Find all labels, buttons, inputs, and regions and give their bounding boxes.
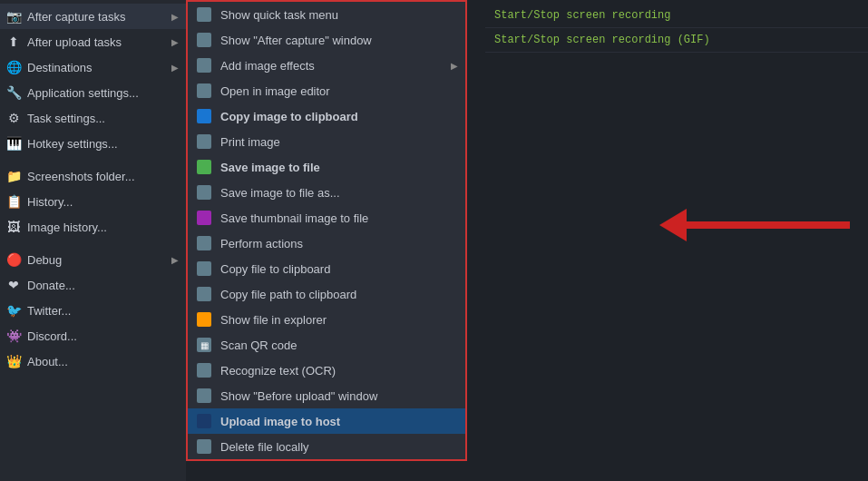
sidebar-item-label: About... [27, 355, 179, 368]
expand-arrow-icon: ▶ [171, 255, 179, 265]
sidebar-item-image-history[interactable]: 🖼 Image history... [0, 214, 186, 240]
sidebar-item-donate[interactable]: ❤ Donate... [0, 272, 186, 298]
expand-arrow-icon: ▶ [171, 63, 179, 73]
menu-item-copy-image-to-clipboard[interactable]: Copy image to clipboard [188, 103, 465, 129]
menu-item-show-file-in-explorer[interactable]: Show file in explorer [188, 307, 465, 332]
menu-item-delete-file-locally[interactable]: Delete file locally [188, 434, 465, 459]
menu-item-save-thumbnail-image[interactable]: Save thumbnail image to file [188, 205, 465, 231]
menu-item-upload-image-to-host[interactable]: Upload image to host [188, 408, 465, 434]
main-content: Start/Stop screen recording Start/Stop s… [186, 0, 868, 481]
sidebar-item-label: Destinations [27, 61, 171, 74]
right-text-item-1: Start/Stop screen recording [485, 4, 868, 28]
sidebar-item-label: After capture tasks [27, 10, 171, 24]
sidebar-item-label: Twitter... [27, 304, 179, 318]
hotkey-settings-icon: 🎹 [5, 135, 22, 152]
sidebar-item-label: Discord... [27, 329, 179, 343]
menu-item-show-before-upload-window[interactable]: Show "Before upload" window [188, 383, 465, 408]
menu-item-label: Show "After capture" window [220, 34, 458, 47]
menu-item-label: Save thumbnail image to file [220, 211, 458, 225]
menu-item-label: Save image to file as... [220, 186, 458, 200]
sidebar-item-after-upload-tasks[interactable]: ⬆ After upload tasks ▶ [0, 29, 186, 54]
menu-item-label: Copy image to clipboard [220, 110, 458, 123]
after-capture-tasks-icon: 📷 [5, 8, 22, 25]
menu-item-label: Perform actions [220, 237, 458, 250]
debug-icon: 🔴 [5, 251, 22, 268]
donate-icon: ❤ [5, 277, 22, 293]
menu-item-label: Scan QR code [220, 339, 458, 352]
show-after-capture-icon [195, 31, 213, 49]
menu-item-open-in-image-editor[interactable]: Open in image editor [188, 78, 465, 103]
expand-arrow-icon: ▶ [171, 37, 179, 47]
sidebar-item-hotkey-settings[interactable]: 🎹 Hotkey settings... [0, 131, 186, 156]
show-quick-task-menu-icon [195, 5, 213, 24]
menu-item-label: Save image to file [220, 161, 458, 174]
dropdown-menu: Show quick task menu Show "After capture… [186, 0, 467, 461]
menu-item-show-after-capture-window[interactable]: Show "After capture" window [188, 27, 465, 53]
right-text-item-2: Start/Stop screen recording (GIF) [485, 28, 868, 53]
menu-item-label: Show quick task menu [220, 8, 458, 22]
menu-item-label: Upload image to host [220, 415, 458, 428]
menu-item-save-image-to-file-as[interactable]: Save image to file as... [188, 180, 465, 205]
sidebar-item-about[interactable]: 👑 About... [0, 348, 186, 374]
sidebar-item-label: After upload tasks [27, 35, 171, 49]
copy-file-to-clipboard-icon [195, 260, 213, 278]
sidebar-item-debug[interactable]: 🔴 Debug ▶ [0, 247, 186, 272]
sidebar-item-label: Image history... [27, 221, 179, 234]
save-image-to-file-icon [195, 158, 213, 176]
print-image-icon [195, 133, 213, 151]
after-upload-tasks-icon: ⬆ [5, 34, 22, 50]
discord-icon: 👾 [5, 328, 22, 344]
sidebar-item-after-capture-tasks[interactable]: 📷 After capture tasks ▶ [0, 4, 186, 29]
sidebar-item-task-settings[interactable]: ⚙ Task settings... [0, 105, 186, 131]
scan-qr-code-icon: ▦ [195, 336, 213, 354]
screenshots-folder-icon: 📁 [5, 168, 22, 184]
sidebar-item-destinations[interactable]: 🌐 Destinations ▶ [0, 54, 186, 80]
sidebar-item-label: Donate... [27, 279, 179, 292]
menu-item-copy-file-path-to-clipboard[interactable]: Copy file path to clipboard [188, 281, 465, 307]
menu-item-scan-qr-code[interactable]: ▦ Scan QR code [188, 332, 465, 358]
menu-item-recognize-text-ocr[interactable]: Recognize text (OCR) [188, 358, 465, 383]
sidebar-item-discord[interactable]: 👾 Discord... [0, 323, 186, 348]
menu-item-show-quick-task-menu[interactable]: Show quick task menu [188, 2, 465, 27]
arrow-head [659, 209, 687, 241]
image-history-icon: 🖼 [5, 219, 22, 235]
about-icon: 👑 [5, 353, 22, 369]
sidebar-item-application-settings[interactable]: 🔧 Application settings... [0, 80, 186, 105]
show-file-in-explorer-icon [195, 310, 213, 329]
save-image-to-file-as-icon [195, 183, 213, 201]
sidebar: 📷 After capture tasks ▶ ⬆ After upload t… [0, 0, 186, 481]
menu-item-print-image[interactable]: Print image [188, 129, 465, 154]
sidebar-item-label: Hotkey settings... [27, 137, 179, 151]
menu-item-label: Show file in explorer [220, 313, 458, 327]
menu-item-copy-file-to-clipboard[interactable]: Copy file to clipboard [188, 256, 465, 281]
copy-file-path-icon [195, 285, 213, 303]
sidebar-item-twitter[interactable]: 🐦 Twitter... [0, 298, 186, 323]
sidebar-item-screenshots-folder[interactable]: 📁 Screenshots folder... [0, 163, 186, 189]
twitter-icon: 🐦 [5, 302, 22, 319]
upload-image-to-host-icon [195, 412, 213, 430]
add-image-effects-icon [195, 56, 213, 74]
menu-item-label: Open in image editor [220, 84, 458, 98]
menu-item-label: Copy file path to clipboard [220, 288, 458, 301]
menu-item-label: Recognize text (OCR) [220, 364, 458, 378]
sidebar-item-history[interactable]: 📋 History... [0, 189, 186, 214]
menu-item-save-image-to-file[interactable]: Save image to file [188, 154, 465, 180]
menu-item-label: Delete file locally [220, 440, 458, 454]
expand-arrow-icon: ▶ [171, 12, 179, 22]
sidebar-item-label: Task settings... [27, 112, 179, 125]
sidebar-item-label: Debug [27, 253, 171, 267]
sidebar-divider-1 [0, 156, 186, 163]
menu-item-perform-actions[interactable]: Perform actions [188, 231, 465, 256]
submenu-arrow-icon: ▶ [451, 61, 458, 71]
sidebar-item-label: Application settings... [27, 86, 179, 100]
delete-file-locally-icon [195, 437, 213, 456]
menu-item-add-image-effects[interactable]: Add image effects ▶ [188, 53, 465, 78]
destinations-icon: 🌐 [5, 59, 22, 75]
menu-item-label: Add image effects [220, 59, 451, 73]
menu-item-label: Print image [220, 135, 458, 149]
task-settings-icon: ⚙ [5, 110, 22, 126]
copy-image-to-clipboard-icon [195, 107, 213, 125]
sidebar-divider-2 [0, 240, 186, 247]
arrow-body [687, 221, 850, 229]
save-thumbnail-icon [195, 209, 213, 227]
